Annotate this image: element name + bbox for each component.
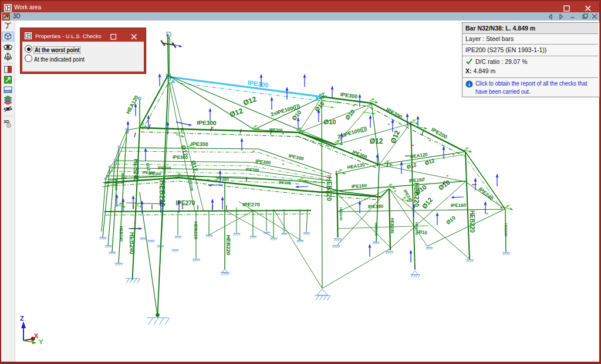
- svg-text:Ø12: Ø12: [146, 162, 151, 171]
- svg-text:X: X: [34, 332, 39, 339]
- svg-text:HEB240: HEB240: [133, 159, 139, 181]
- svg-text:IPE300: IPE300: [278, 180, 291, 185]
- svg-text:HEA120: HEA120: [125, 94, 140, 115]
- svg-text:Ø12: Ø12: [389, 129, 402, 145]
- svg-text:IPE270: IPE270: [242, 202, 260, 207]
- svg-text:HEB220: HEB220: [326, 176, 333, 201]
- svg-text:IPE300: IPE300: [255, 159, 272, 166]
- svg-text:Ø10: Ø10: [324, 118, 336, 125]
- svg-text:IPE200: IPE200: [385, 107, 403, 120]
- svg-text:IPE240: IPE240: [477, 186, 494, 202]
- svg-text:IPE300: IPE300: [173, 155, 188, 160]
- svg-text:Ø12: Ø12: [370, 137, 383, 145]
- svg-text:Ø10: Ø10: [344, 108, 356, 121]
- svg-text:HEB220: HEB220: [158, 180, 166, 207]
- svg-text:Ø10: Ø10: [445, 215, 457, 225]
- svg-text:HEB240: HEB240: [129, 232, 135, 254]
- svg-text:IPE300: IPE300: [288, 153, 305, 161]
- svg-text:Z: Z: [20, 315, 24, 322]
- svg-text:IPE300: IPE300: [352, 149, 368, 160]
- svg-text:HEB240: HEB240: [119, 226, 123, 242]
- svg-text:IPE160: IPE160: [368, 204, 384, 209]
- svg-text:HEB240: HEB240: [339, 207, 343, 221]
- svg-text:IPE160: IPE160: [351, 183, 367, 189]
- svg-text:IPE300: IPE300: [191, 141, 208, 148]
- svg-text:HEB240: HEB240: [390, 218, 394, 234]
- svg-text:HEB220: HEB220: [504, 223, 508, 237]
- svg-text:IPE300: IPE300: [340, 91, 358, 100]
- svg-text:IPE300: IPE300: [245, 167, 259, 172]
- svg-text:IPE160: IPE160: [451, 203, 467, 208]
- svg-text:Ø12: Ø12: [421, 196, 434, 210]
- svg-text:2xIPE100: 2xIPE100: [188, 175, 194, 192]
- svg-text:IPE300: IPE300: [157, 166, 171, 170]
- svg-text:Ø10: Ø10: [437, 179, 451, 192]
- svg-text:Y: Y: [39, 338, 43, 345]
- svg-text:Ø10: Ø10: [313, 100, 326, 113]
- svg-text:Ø12: Ø12: [424, 158, 435, 166]
- svg-text:HEA120: HEA120: [347, 162, 366, 171]
- svg-text:IPE300: IPE300: [148, 172, 161, 176]
- svg-text:IPE160: IPE160: [408, 177, 424, 183]
- svg-text:HEB220: HEB220: [225, 235, 231, 255]
- svg-text:Ø12: Ø12: [242, 95, 258, 107]
- svg-text:HEB100: HEB100: [114, 179, 118, 190]
- svg-text:IPE300: IPE300: [197, 120, 217, 127]
- svg-text:HEB220: HEB220: [469, 210, 475, 233]
- svg-text:Ø12: Ø12: [229, 107, 244, 119]
